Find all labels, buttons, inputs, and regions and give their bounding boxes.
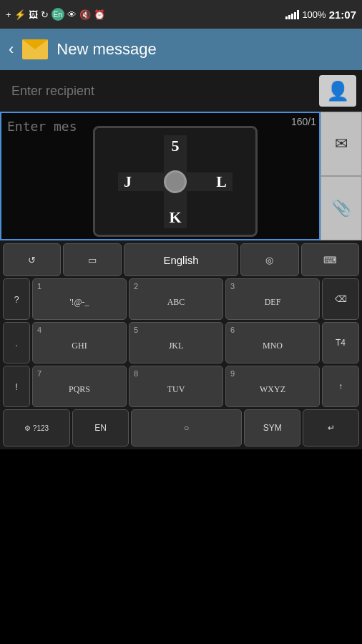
keyboard: ↺ ▭ English ◎ ⌨ ? 1 '!@-_ 2 ABC 3 DEF (0, 240, 362, 449)
alarm-icon: ⏰ (94, 9, 105, 20)
key-3-letters: DEF (265, 297, 281, 308)
key-2-letters: ABC (167, 297, 185, 308)
emoji-icon: ◎ (265, 255, 273, 265)
t4-label: T4 (336, 338, 346, 348)
key-8[interactable]: 8 TUV (129, 366, 223, 407)
keyboard-row-1: ? 1 '!@-_ 2 ABC 3 DEF ⌫ (3, 278, 359, 320)
popup-letter-l: L (216, 172, 227, 191)
usb-icon: ⚡ (14, 9, 26, 20)
signal-icon (285, 9, 299, 19)
exclaim-label: ! (15, 381, 18, 392)
keyboard-icon: ⌨ (323, 255, 337, 265)
shift-button[interactable]: ↑ (322, 366, 359, 407)
en-icon: En (52, 8, 64, 21)
enter-button[interactable]: ↵ (303, 409, 359, 447)
en-button[interactable]: EN (72, 409, 129, 447)
key-9-letters: WXYZ (260, 384, 285, 395)
char-count: 160/1 (291, 116, 316, 127)
en-label: EN (94, 423, 107, 433)
recipient-input[interactable] (6, 76, 313, 106)
emoji-button[interactable]: ◎ (240, 243, 298, 276)
key-3[interactable]: 3 DEF (225, 278, 320, 320)
keyboard-row-3: ! 7 PQRS 8 TUV 9 WXYZ ↑ (3, 366, 359, 407)
question-label: ? (14, 294, 19, 305)
key-5[interactable]: 5 JKL (129, 322, 223, 364)
side-key-period[interactable]: . (3, 322, 30, 364)
popup-letter-k: K (169, 208, 181, 227)
side-key-exclaim[interactable]: ! (3, 366, 30, 407)
key-7-num: 7 (37, 369, 41, 378)
eye-icon: 👁 (67, 9, 77, 20)
key-9-num: 9 (230, 369, 235, 378)
undo-icon: ↺ (28, 255, 36, 265)
key-3-num: 3 (230, 282, 235, 291)
status-icons-left: + ⚡ 🖼 ↻ En 👁 🔇 ⏰ (6, 8, 105, 21)
key-6-letters: MNO (263, 341, 283, 351)
contact-picker-button[interactable]: 👤 (319, 75, 356, 107)
key-4[interactable]: 4 GHI (32, 322, 127, 364)
key-1-num: 1 (37, 282, 41, 291)
send-icon: ✉ (335, 135, 348, 153)
key-5-letters: JKL (169, 341, 184, 351)
key-6[interactable]: 6 MNO (225, 322, 320, 364)
attachment-button[interactable]: 📎 (321, 176, 362, 240)
attachment-icon: 📎 (332, 199, 351, 218)
key-8-letters: TUV (167, 384, 185, 395)
popup-letter-j: J (124, 172, 132, 191)
app-header: ‹ New message (0, 29, 362, 70)
send-button[interactable]: ✉ (321, 112, 362, 176)
space-button[interactable]: ○ (131, 409, 243, 447)
keyboard-row-2: . 4 GHI 5 JKL 6 MNO T4 (3, 322, 359, 364)
sym-button[interactable]: SYM (244, 409, 300, 447)
t4-button[interactable]: T4 (322, 322, 359, 364)
key-8-num: 8 (134, 369, 138, 378)
language-label: English (163, 254, 198, 266)
key-9[interactable]: 9 WXYZ (225, 366, 320, 407)
keyboard-top-row: ↺ ▭ English ◎ ⌨ (3, 243, 359, 276)
key-7-letters: PQRS (69, 384, 90, 395)
status-bar: + ⚡ 🖼 ↻ En 👁 🔇 ⏰ 100% 21:07 (0, 0, 362, 29)
time-label: 21:07 (329, 9, 356, 21)
image-icon: 🖼 (29, 9, 38, 20)
popup-letter-5: 5 (172, 137, 180, 155)
center-dot (164, 170, 187, 193)
key-5-num: 5 (134, 326, 138, 334)
refresh-icon: ↻ (41, 9, 49, 20)
mail-icon (22, 39, 48, 59)
template-button[interactable]: ▭ (63, 243, 121, 276)
message-area: 160/1 ✉ 📎 5 J L K (0, 112, 362, 240)
delete-button[interactable]: ⌫ (322, 278, 359, 320)
keyboard-toggle-button[interactable]: ⌨ (301, 243, 359, 276)
contact-icon: 👤 (326, 80, 349, 102)
key-6-num: 6 (230, 326, 235, 334)
period-label: . (15, 338, 18, 348)
back-button[interactable]: ‹ (9, 40, 14, 59)
key-2[interactable]: 2 ABC (129, 278, 223, 320)
page-title: New message (57, 40, 156, 59)
mute-icon: 🔇 (79, 9, 91, 20)
key-4-letters: GHI (72, 341, 87, 351)
undo-button[interactable]: ↺ (3, 243, 61, 276)
settings-123-button[interactable]: ⚙ ?123 (3, 409, 70, 447)
key-1[interactable]: 1 '!@-_ (32, 278, 127, 320)
enter-icon: ↵ (328, 423, 335, 433)
keyboard-bottom-row: ⚙ ?123 EN ○ SYM ↵ (3, 409, 359, 447)
key-2-num: 2 (134, 282, 138, 291)
status-icons-right: 100% 21:07 (285, 9, 356, 21)
shift-icon: ↑ (338, 381, 343, 391)
key-7[interactable]: 7 PQRS (32, 366, 127, 407)
delete-icon: ⌫ (335, 294, 347, 304)
template-icon: ▭ (88, 255, 97, 265)
settings-label: ⚙ ?123 (24, 424, 49, 432)
sym-label: SYM (263, 423, 282, 433)
language-button[interactable]: English (124, 243, 239, 276)
battery-label: 100% (302, 9, 326, 20)
side-key-question[interactable]: ? (3, 278, 30, 320)
recipient-row: 👤 (0, 70, 362, 112)
key-4-num: 4 (37, 326, 41, 334)
key-popup: 5 J L K (93, 126, 258, 237)
side-buttons: ✉ 📎 (321, 112, 362, 240)
key-1-letters: '!@-_ (69, 297, 89, 308)
add-icon: + (6, 9, 11, 20)
space-icon: ○ (184, 423, 189, 433)
